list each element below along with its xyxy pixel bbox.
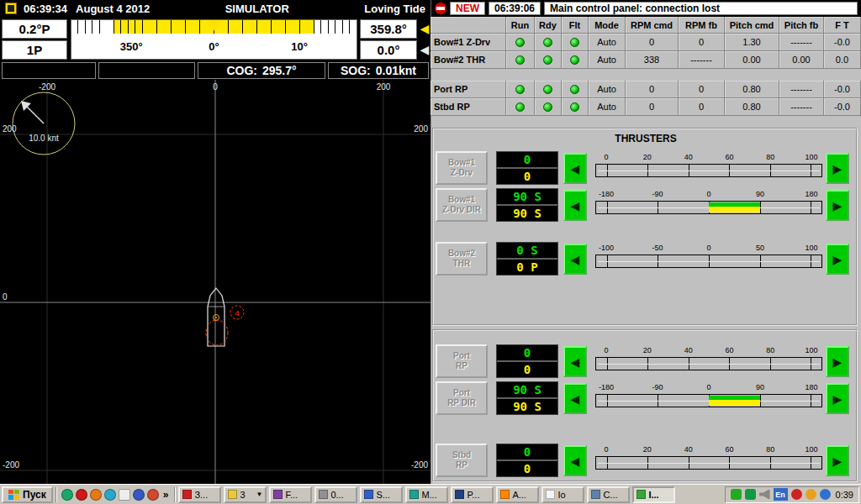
position-plot[interactable]: -200 0 200 200 0 -200 200 -200 10.0 knt (0, 80, 430, 484)
decrease-button[interactable]: ◀ (563, 244, 587, 275)
col-rdy: Rdy (535, 17, 562, 34)
volume-icon[interactable] (759, 489, 770, 500)
svg-text:200: 200 (377, 82, 391, 92)
decrease-button[interactable]: ◀ (563, 190, 587, 221)
task-window-button-active[interactable]: I... (632, 486, 675, 503)
task-window-button[interactable]: F... (269, 486, 312, 503)
status-group-bow: Bow#1 Z-Drv Auto 0 0 1.30 ------- -0.0 B… (430, 34, 861, 69)
group-dropdown-arrow-icon[interactable]: ▼ (256, 491, 262, 498)
fb-value: 0 (497, 362, 557, 377)
nav-empty-box-2 (98, 62, 195, 79)
language-indicator[interactable]: En (774, 488, 788, 501)
firefox-icon[interactable] (90, 489, 102, 501)
decrease-button[interactable]: ◀ (563, 445, 587, 476)
start-button[interactable]: Пуск (2, 486, 53, 503)
status-group-stern: Port RP Auto 0 0 0.80 ------- -0.0 Stbd … (430, 81, 861, 116)
system-time: 06:39:34 (24, 3, 67, 15)
fb-value: 90 S (497, 399, 557, 414)
window-icon (273, 490, 283, 499)
task-window-button[interactable]: A... (496, 486, 539, 503)
thruster-gauge: -180-90 090 180 (595, 190, 822, 217)
heading-actual-value: 359.8° (360, 19, 417, 39)
rot-range-value: 1P (2, 40, 67, 60)
thruster-select-button[interactable]: Port RP (436, 344, 488, 378)
task-group-button[interactable]: 3 ▼ (224, 486, 267, 503)
rpm-fb-value: 0 (679, 98, 725, 116)
task-window-button[interactable]: 0... (314, 486, 357, 503)
gauge-fill (709, 396, 760, 406)
rdy-led (543, 38, 552, 47)
fb-value: 0 (497, 169, 557, 184)
explorer-icon[interactable] (133, 489, 145, 501)
thruster-gauge: 020 4060 80100 (595, 445, 822, 472)
media-player-icon[interactable] (104, 489, 116, 501)
thruster-select-button[interactable]: Bow#1 Z-Drv DIR (436, 188, 488, 222)
window-icon (409, 490, 419, 499)
col-ft: F T (824, 17, 861, 34)
flt-led (570, 55, 579, 65)
run-led (515, 85, 525, 94)
alarm-time: 06:39:06 (489, 2, 541, 15)
ft-value: -0.0 (824, 34, 861, 51)
decrease-button[interactable]: ◀ (563, 346, 587, 377)
tray-app-red-icon[interactable] (791, 489, 802, 500)
svg-text:4: 4 (235, 309, 239, 318)
thrusters-title: THRUSTERS (430, 133, 861, 144)
thruster-row-port-rp: Port RP 0 0 ◀ 020 4060 80100 ▶ (430, 344, 861, 380)
task-window-button[interactable]: S... (360, 486, 403, 503)
app-icon (5, 3, 17, 14)
increase-button[interactable]: ▶ (826, 445, 849, 476)
mode-value: Auto (589, 98, 626, 116)
thruster-select-button[interactable]: Bow#2 THR (436, 242, 488, 276)
decrease-button[interactable]: ◀ (563, 383, 587, 414)
thruster-value-display: 0 S 0 P (496, 242, 558, 276)
task-window-button[interactable]: Io (541, 486, 584, 503)
window-icon (500, 490, 510, 499)
thruster-select-button[interactable]: Port RP DIR (436, 381, 488, 415)
thruster-select-button[interactable]: Stbd RP (436, 444, 488, 477)
rpm-fb-value: 0 (679, 81, 725, 98)
mail-icon[interactable] (119, 489, 130, 501)
tray-app-orange-icon[interactable] (806, 489, 816, 500)
increase-button[interactable]: ▶ (826, 383, 849, 414)
quick-launch-overflow-chevron[interactable]: » (161, 489, 171, 501)
nav-empty-box-1 (2, 62, 96, 79)
opera-icon[interactable] (76, 489, 87, 501)
decrease-button[interactable]: ◀ (563, 153, 587, 184)
chrome-icon[interactable] (147, 489, 159, 501)
rate-of-turn-value: 0.2°P (2, 19, 67, 39)
run-led (515, 55, 525, 65)
alarm-new-badge: NEW (450, 2, 485, 15)
tape-label: 10° (291, 40, 308, 53)
browser-globe-icon[interactable] (61, 489, 73, 501)
window-icon (319, 490, 328, 499)
rpm-cmd-value: 0 (626, 98, 679, 116)
increase-button[interactable]: ▶ (826, 190, 849, 221)
increase-button[interactable]: ▶ (826, 153, 849, 184)
task-window-button[interactable]: M... (405, 486, 448, 503)
mode-value: Auto (589, 51, 626, 69)
network-status-icon[interactable] (731, 489, 742, 500)
windows-logo-icon (8, 490, 19, 500)
cmd-value: 0 (497, 345, 557, 360)
increase-button[interactable]: ▶ (826, 244, 849, 275)
tape-label: 0° (209, 40, 219, 53)
alarm-message[interactable]: Main control panel: connection lost (544, 2, 858, 15)
col-mode: Mode (589, 17, 626, 34)
increase-button[interactable]: ▶ (826, 346, 849, 377)
task-window-button[interactable]: C... (587, 486, 630, 503)
task-window-button[interactable]: З... (178, 486, 221, 503)
task-window-button[interactable]: P... (451, 486, 494, 503)
mode-label: SIMULATOR (225, 3, 289, 15)
status-table-header: Run Rdy Flt Mode RPM cmd RPM fb Pitch cm… (430, 17, 861, 34)
cog-label: COG: (226, 64, 257, 77)
tray-app-blue-icon[interactable] (820, 489, 831, 500)
sog-readout: SOG: 0.01knt (328, 62, 429, 79)
thruster-select-button[interactable]: Bow#1 Z-Drv (436, 151, 488, 185)
antivirus-icon[interactable] (745, 489, 756, 500)
taskbar-clock[interactable]: 0:39 (834, 490, 853, 500)
pitch-fb-value: ------- (779, 98, 824, 116)
alarm-stop-icon[interactable] (435, 3, 446, 14)
thruster-name: Stbd RP (430, 98, 506, 116)
svg-text:0: 0 (213, 82, 218, 92)
